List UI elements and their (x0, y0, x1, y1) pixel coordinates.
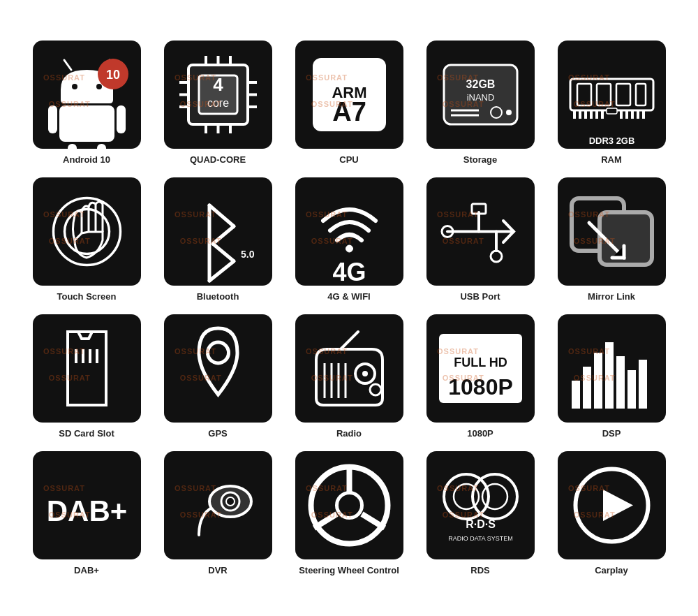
label-cpu: CPU (339, 154, 358, 165)
svg-rect-38 (577, 84, 591, 105)
svg-rect-94 (616, 356, 625, 409)
icon-box-touchscreen: OSSURAT OSSURAT (33, 177, 141, 286)
label-gps: GPS (208, 428, 227, 439)
svg-point-2 (72, 84, 77, 89)
feature-storage: OSSURAT OSSURAT 32GB iNAND Storage (424, 41, 536, 165)
svg-rect-48 (601, 110, 604, 119)
feature-cpu: OSSURAT OSSURAT ARM A7 CPU (293, 41, 405, 165)
svg-rect-52 (637, 110, 639, 119)
svg-text:DDR3  2GB: DDR3 2GB (588, 135, 634, 146)
icon-box-dvr: OSSURAT OSSURAT (164, 451, 272, 559)
svg-text:1080P: 1080P (448, 374, 513, 399)
svg-point-100 (226, 497, 235, 506)
svg-rect-6 (117, 105, 126, 133)
label-radio: Radio (336, 428, 362, 439)
svg-point-3 (96, 84, 102, 89)
feature-touchscreen: OSSURAT OSSURAT Touch Screen (31, 177, 142, 302)
icon-box-radio: OSSURAT OSSURAT (295, 314, 403, 423)
svg-rect-96 (639, 360, 647, 409)
label-usbport: USB Port (460, 291, 500, 302)
svg-rect-42 (607, 108, 617, 114)
icon-box-usbport: OSSURAT OSSURAT (426, 177, 535, 286)
svg-rect-41 (636, 84, 646, 105)
svg-text:core: core (207, 97, 228, 109)
svg-rect-50 (625, 110, 628, 119)
svg-rect-91 (583, 367, 591, 409)
svg-rect-92 (594, 353, 602, 409)
label-dabplus: DAB+ (74, 565, 99, 575)
svg-line-105 (362, 514, 385, 528)
feature-android10: OSSURAT OSSURAT (31, 41, 142, 165)
svg-text:A7: A7 (332, 97, 366, 126)
svg-point-102 (336, 493, 362, 518)
icon-box-sdcard: OSSURAT OSSURAT (33, 314, 141, 423)
feature-1080p: OSSURAT OSSURAT FULL HD 1080P 1080P (424, 314, 536, 439)
label-dsp: DSP (602, 428, 621, 439)
icon-box-bluetooth: OSSURAT OSSURAT 5.0 (164, 177, 272, 286)
label-bluetooth: Bluetooth (197, 291, 239, 302)
label-steeringwheel: Steering Wheel Control (299, 565, 399, 575)
icon-box-storage: OSSURAT OSSURAT 32GB iNAND (426, 41, 535, 149)
feature-quadcore: OSSURAT OSSURAT (162, 41, 274, 165)
feature-sdcard: OSSURAT OSSURAT SD Card Slot (31, 314, 142, 439)
svg-text:32GB: 32GB (466, 78, 495, 90)
icon-box-android10: OSSURAT OSSURAT (33, 41, 141, 149)
svg-text:iNAND: iNAND (466, 92, 494, 103)
icon-box-dabplus: OSSURAT OSSURAT DAB+ (33, 451, 141, 559)
svg-rect-5 (48, 105, 57, 133)
svg-text:R·D·S: R·D·S (466, 518, 496, 530)
svg-text:FULL HD: FULL HD (454, 355, 507, 369)
svg-text:5.0: 5.0 (241, 249, 255, 260)
label-mirrorlink: Mirror Link (588, 291, 635, 302)
svg-rect-44 (579, 110, 581, 119)
label-carplay: Carplay (595, 565, 628, 575)
svg-rect-93 (605, 342, 614, 409)
feature-carplay: OSSURAT OSSURAT Carplay (556, 451, 667, 575)
svg-rect-51 (631, 110, 634, 119)
icon-box-cpu: OSSURAT OSSURAT ARM A7 (295, 41, 403, 149)
icon-box-gps: OSSURAT OSSURAT (164, 314, 272, 423)
label-dvr: DVR (208, 565, 227, 575)
label-ram: RAM (601, 154, 622, 165)
svg-line-104 (314, 514, 337, 528)
svg-text:10: 10 (105, 68, 119, 82)
svg-rect-39 (597, 84, 611, 105)
svg-rect-47 (595, 110, 598, 119)
icon-box-1080p: OSSURAT OSSURAT FULL HD 1080P (426, 314, 535, 423)
svg-rect-43 (573, 110, 576, 119)
feature-usbport: OSSURAT OSSURAT (424, 177, 536, 302)
icon-box-rds: OSSURAT OSSURAT R·D·S RADIO DATA SYSTEM (426, 451, 535, 559)
label-rds: RDS (470, 565, 489, 575)
svg-marker-113 (603, 490, 633, 521)
feature-steeringwheel: OSSURAT OSSURAT Steering Wheel Control (293, 451, 405, 575)
svg-text:4G: 4G (332, 258, 366, 286)
svg-rect-40 (616, 84, 630, 105)
feature-4gwifi: OSSURAT OSSURAT 4G 4G & WIFI (293, 177, 405, 302)
label-1080p: 1080P (467, 428, 493, 439)
svg-text:DAB+: DAB+ (46, 494, 127, 527)
svg-point-63 (346, 245, 352, 252)
svg-point-36 (506, 110, 512, 115)
svg-rect-8 (97, 144, 106, 149)
icon-box-4gwifi: OSSURAT OSSURAT 4G (295, 177, 403, 286)
label-4gwifi: 4G & WIFI (327, 291, 370, 302)
feature-mirrorlink: OSSURAT OSSURAT Mirror Link (556, 177, 667, 302)
svg-rect-7 (68, 144, 77, 149)
svg-rect-4 (59, 105, 114, 142)
svg-line-57 (209, 205, 234, 226)
feature-bluetooth: OSSURAT OSSURAT 5.0 Bluetooth (162, 177, 274, 302)
svg-point-86 (370, 384, 381, 395)
icon-box-ram: OSSURAT OSSURAT (558, 41, 666, 149)
label-android10: Android 10 (63, 154, 110, 165)
icon-box-steeringwheel: OSSURAT OSSURAT (295, 451, 403, 559)
icon-box-dsp: OSSURAT OSSURAT (558, 314, 666, 423)
svg-point-69 (491, 251, 502, 262)
svg-rect-49 (620, 110, 623, 119)
icon-box-carplay: OSSURAT OSSURAT (558, 451, 666, 559)
feature-dabplus: OSSURAT OSSURAT DAB+ DAB+ (31, 451, 142, 575)
label-touchscreen: Touch Screen (57, 291, 116, 302)
svg-rect-45 (584, 110, 587, 119)
label-storage: Storage (463, 154, 497, 165)
svg-line-0 (64, 60, 71, 70)
svg-point-109 (482, 484, 507, 509)
